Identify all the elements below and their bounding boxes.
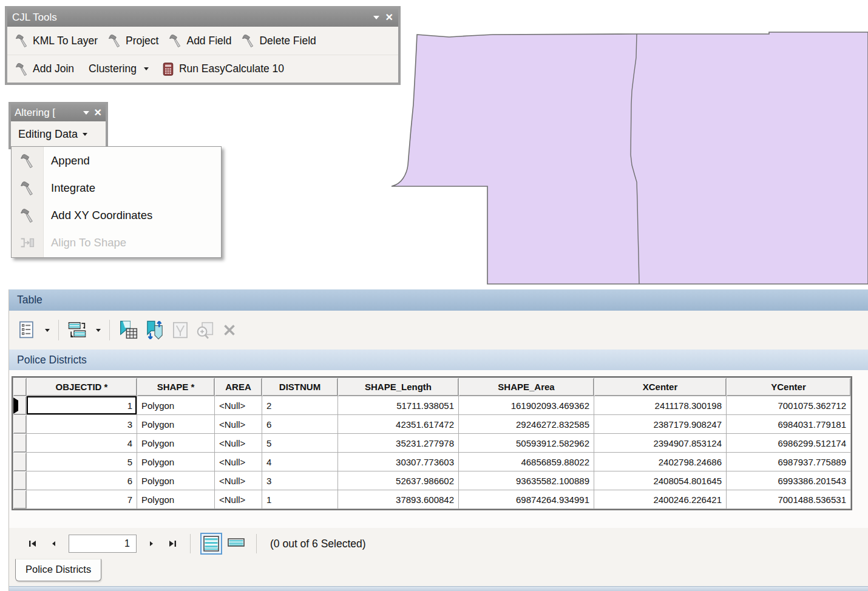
chevron-down-icon[interactable] [96, 329, 101, 332]
row-indicator[interactable] [13, 396, 27, 415]
table-cell[interactable]: 69874264.934991 [459, 490, 594, 509]
table-cell[interactable]: <Null> [215, 396, 262, 415]
table-cell[interactable]: 52637.986602 [338, 471, 459, 490]
table-cell[interactable]: 35231.277978 [338, 434, 459, 453]
table-window-titlebar[interactable]: Table [9, 289, 868, 311]
table-cell[interactable]: 1 [27, 396, 137, 415]
tab-police-districts[interactable]: Police Districts [15, 559, 101, 581]
table-cell[interactable]: Polygon [137, 453, 215, 471]
table-cell[interactable]: 5 [27, 453, 137, 471]
table-cell[interactable]: 6 [262, 415, 338, 434]
column-header-ycenter[interactable]: YCenter [727, 378, 851, 396]
table-cell[interactable]: 7 [27, 490, 137, 509]
cjl-tools-titlebar[interactable]: CJL Tools ✕ [7, 8, 398, 27]
select-by-attributes-button[interactable] [118, 320, 139, 340]
layer-name-bar: Police Districts [9, 350, 868, 370]
column-header-shape-area[interactable]: SHAPE_Area [459, 378, 594, 396]
table-cell[interactable]: 3 [262, 471, 338, 490]
table-cell[interactable]: 1 [262, 490, 338, 509]
previous-record-button[interactable] [46, 536, 61, 552]
table-cell[interactable]: 2387179.908247 [594, 415, 727, 434]
table-cell[interactable]: 2408054.801645 [594, 471, 727, 490]
column-header-distnum[interactable]: DISTNUM [262, 378, 338, 396]
table-cell[interactable]: 37893.600842 [338, 490, 459, 509]
add-join-button[interactable]: Add Join [10, 62, 79, 76]
hammer-icon [12, 208, 43, 223]
related-tables-button[interactable] [67, 320, 87, 340]
table-cell[interactable]: 50593912.582962 [459, 434, 594, 453]
table-cell[interactable]: 93635582.100889 [459, 471, 594, 490]
column-header-area[interactable]: AREA [215, 378, 262, 396]
table-cell[interactable]: 4 [262, 453, 338, 471]
switch-selection-button[interactable] [144, 320, 165, 340]
table-cell[interactable]: 6987937.775889 [727, 453, 851, 471]
table-cell[interactable]: <Null> [215, 471, 262, 490]
table-cell[interactable]: 2400246.226421 [594, 490, 727, 509]
row-indicator[interactable] [13, 490, 27, 509]
record-number-input[interactable]: 1 [69, 535, 137, 553]
altering-titlebar[interactable]: Altering [ ✕ [11, 104, 106, 121]
table-cell[interactable]: 6984031.779181 [727, 415, 851, 434]
table-cell[interactable]: 2 [262, 396, 338, 415]
related-tables-icon [67, 320, 87, 340]
table-cell[interactable]: 7001488.536531 [727, 490, 851, 509]
table-cell[interactable]: 6993386.201543 [727, 471, 851, 490]
table-cell[interactable]: 2394907.853124 [594, 434, 727, 453]
table-cell[interactable]: Polygon [137, 471, 215, 490]
table-cell[interactable]: <Null> [215, 415, 262, 434]
table-cell[interactable]: 2411178.300198 [594, 396, 727, 415]
table-options-button[interactable] [18, 320, 36, 340]
table-cell[interactable]: 3 [27, 415, 137, 434]
table-cell[interactable]: <Null> [215, 453, 262, 471]
row-indicator[interactable] [13, 471, 27, 490]
table-cell[interactable]: Polygon [137, 490, 215, 509]
table-cell[interactable]: 7001075.362712 [727, 396, 851, 415]
chevron-down-icon[interactable] [45, 329, 50, 332]
close-icon[interactable]: ✕ [94, 108, 102, 118]
table-cell[interactable]: 5 [262, 434, 338, 453]
show-all-records-button[interactable] [200, 533, 222, 555]
table-cell[interactable]: 2402798.24686 [594, 453, 727, 471]
toolbar-menu-caret-icon[interactable] [373, 16, 379, 19]
add-field-button[interactable]: Add Field [163, 33, 236, 48]
last-record-button[interactable] [164, 536, 180, 552]
menu-item-append[interactable]: Append [12, 147, 221, 174]
next-record-button[interactable] [144, 536, 160, 552]
column-header-shape[interactable]: SHAPE * [137, 378, 215, 396]
column-header-objectid[interactable]: OBJECTID * [27, 378, 137, 396]
column-header-xcenter[interactable]: XCenter [594, 378, 727, 396]
column-header-indicator[interactable] [13, 378, 27, 396]
table-cell[interactable]: 29246272.832585 [459, 415, 594, 434]
table-cell[interactable]: 51711.938051 [338, 396, 459, 415]
menu-item-integrate[interactable]: Integrate [12, 174, 221, 201]
table-cell[interactable]: 42351.617472 [338, 415, 459, 434]
table-cell[interactable]: 30307.773603 [338, 453, 459, 471]
table-cell[interactable]: Polygon [137, 415, 215, 434]
row-indicator[interactable] [13, 434, 27, 453]
table-cell[interactable]: 46856859.88022 [459, 453, 594, 471]
police-district-polygon[interactable] [392, 32, 868, 284]
toolbar-menu-caret-icon[interactable] [83, 111, 89, 115]
menu-item-add-xy-coordinates[interactable]: Add XY Coordinates [12, 201, 221, 229]
project-button[interactable]: Project [103, 33, 163, 48]
clustering-dropdown-button[interactable]: Clustering [84, 62, 154, 75]
table-cell[interactable]: Polygon [137, 396, 215, 415]
table-cell[interactable]: 161902093.469362 [459, 396, 594, 415]
table-cell[interactable]: 6 [27, 471, 137, 490]
kml-to-layer-button[interactable]: KML To Layer [10, 33, 103, 48]
editing-data-dropdown-button[interactable]: Editing Data [13, 123, 104, 145]
table-cell[interactable]: Polygon [137, 434, 215, 453]
delete-field-button[interactable]: Delete Field [236, 33, 320, 48]
row-indicator[interactable] [13, 453, 27, 471]
run-easycalculate-button[interactable]: Run EasyCalculate 10 [156, 62, 289, 76]
close-icon[interactable]: ✕ [385, 13, 393, 22]
table-cell[interactable]: <Null> [215, 490, 262, 509]
toolbar-separator [109, 320, 110, 340]
row-indicator[interactable] [13, 415, 27, 434]
table-cell[interactable]: 4 [27, 434, 137, 453]
column-header-shape-length[interactable]: SHAPE_Length [338, 378, 459, 396]
first-record-button[interactable] [25, 536, 41, 552]
table-cell[interactable]: <Null> [215, 434, 262, 453]
table-cell[interactable]: 6986299.512174 [727, 434, 851, 453]
show-selected-records-button[interactable] [227, 535, 246, 552]
